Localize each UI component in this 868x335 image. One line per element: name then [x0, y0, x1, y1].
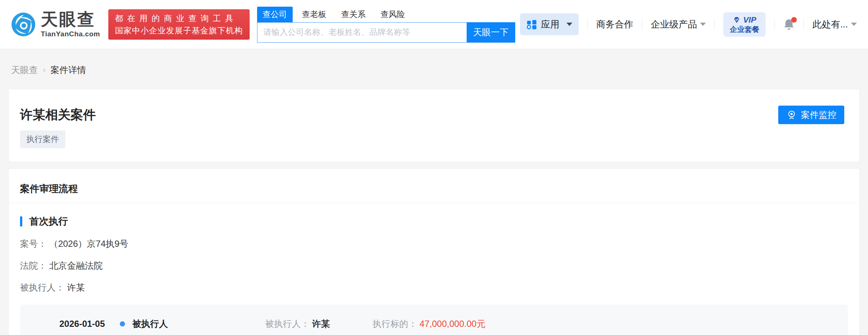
field-executee: 被执行人： 许某 — [20, 282, 848, 293]
search-tab-risk[interactable]: 查风险 — [381, 7, 405, 22]
chevron-down-icon — [700, 23, 706, 26]
breadcrumb-separator: › — [43, 65, 46, 75]
breadcrumb-current: 案件详情 — [50, 64, 86, 76]
nav-item-business-cooperation[interactable]: 商务合作 — [596, 18, 633, 30]
header-nav: 应用 商务合作 企业级产品 VIP 企业套餐 — [520, 12, 857, 37]
timeline-amount-value: 47,000,000.00元 — [420, 319, 485, 329]
case-monitor-button[interactable]: 案件监控 — [778, 106, 844, 124]
nav-item-enterprise-products[interactable]: 企业级产品 — [651, 18, 706, 30]
user-account-menu[interactable]: 此处有... — [812, 18, 857, 30]
logo-domain: TianYanCha.com — [41, 30, 100, 38]
case-process-card: 案件审理流程 首次执行 案号： （2026）京74执9号 法院： 北京金融法院 … — [9, 169, 859, 335]
timeline-dot-icon — [120, 321, 125, 326]
page-title: 许某相关案件 — [20, 107, 844, 122]
stage-accent-bar — [20, 216, 22, 226]
monitor-camera-icon — [786, 109, 797, 120]
field-label: 法院： — [20, 261, 47, 271]
search-tab-boss[interactable]: 查老板 — [302, 7, 326, 22]
chevron-down-icon — [566, 23, 572, 26]
search-tab-company[interactable]: 查公司 — [257, 7, 293, 22]
brand-slogan-badge: 都在用的商业查询工具 国家中小企业发展子基金旗下机构 — [108, 9, 250, 40]
vip-package-button[interactable]: VIP 企业套餐 — [723, 12, 766, 37]
nav-divider — [803, 19, 804, 30]
breadcrumb-home[interactable]: 天眼查 — [11, 64, 38, 76]
nav-divider — [587, 19, 588, 30]
case-monitor-label: 案件监控 — [801, 109, 836, 121]
vip-gem-icon — [733, 16, 741, 24]
nav-divider — [642, 19, 642, 30]
notifications-button[interactable] — [783, 18, 795, 31]
stage-title: 首次执行 — [29, 215, 68, 228]
slogan-line2: 国家中小企业发展子基金旗下机构 — [115, 24, 243, 37]
apps-grid-icon — [526, 19, 537, 30]
vip-label: VIP — [743, 15, 756, 25]
field-case-number: 案号： （2026）京74执9号 — [20, 238, 848, 250]
chevron-down-icon — [851, 23, 857, 26]
search-tab-relation[interactable]: 查关系 — [341, 7, 366, 22]
logo-text: 天眼查 — [41, 11, 100, 28]
stage-header: 首次执行 — [20, 215, 848, 228]
case-header-card: 许某相关案件 执行案件 案件监控 — [9, 89, 859, 162]
section-header: 案件审理流程 — [9, 169, 859, 203]
timeline-person: 被执行人： 许某 — [265, 318, 330, 330]
slogan-line1: 都在用的商业查询工具 — [115, 12, 243, 24]
timeline-row: 2026-01-05 被执行人 被执行人： 许某 执行标的： 47,000,00… — [20, 305, 848, 335]
field-value: （2026）京74执9号 — [49, 239, 128, 249]
section-title: 案件审理流程 — [20, 183, 78, 194]
breadcrumb: 天眼查 › 案件详情 — [11, 64, 857, 76]
timeline-person-value: 许某 — [312, 319, 330, 329]
apps-menu-button[interactable]: 应用 — [520, 13, 579, 35]
field-court: 法院： 北京金融法院 — [20, 260, 848, 272]
search-input[interactable] — [257, 22, 467, 43]
nav-divider — [774, 19, 775, 30]
vip-sub-label: 企业套餐 — [730, 25, 759, 34]
field-label: 被执行人： — [20, 282, 65, 292]
user-name-label: 此处有... — [812, 18, 848, 30]
timeline-date: 2026-01-05 — [59, 319, 105, 329]
top-header: 天眼查 TianYanCha.com 都在用的商业查询工具 国家中小企业发展子基… — [0, 0, 868, 49]
timeline-amount: 执行标的： 47,000,000.00元 — [372, 318, 485, 330]
field-label: 案号： — [20, 239, 47, 249]
timeline-event: 被执行人 — [132, 318, 168, 330]
search-button[interactable]: 天眼一下 — [467, 22, 515, 43]
apps-menu-label: 应用 — [541, 18, 559, 30]
timeline-amount-label: 执行标的： — [372, 319, 417, 329]
search-tabs: 查公司 查老板 查关系 查风险 — [257, 7, 515, 22]
tianyancha-logo[interactable]: 天眼查 TianYanCha.com — [11, 11, 100, 38]
nav-divider — [714, 19, 715, 30]
field-value: 许某 — [67, 282, 85, 292]
notification-red-dot — [791, 17, 797, 23]
search-module: 查公司 查老板 查关系 查风险 天眼一下 — [257, 7, 515, 43]
nav-item-enterprise-label: 企业级产品 — [651, 18, 697, 30]
case-type-tag: 执行案件 — [20, 130, 65, 148]
timeline-person-label: 被执行人： — [265, 319, 310, 329]
field-value: 北京金融法院 — [49, 261, 103, 271]
tianyancha-logo-icon — [11, 12, 36, 37]
